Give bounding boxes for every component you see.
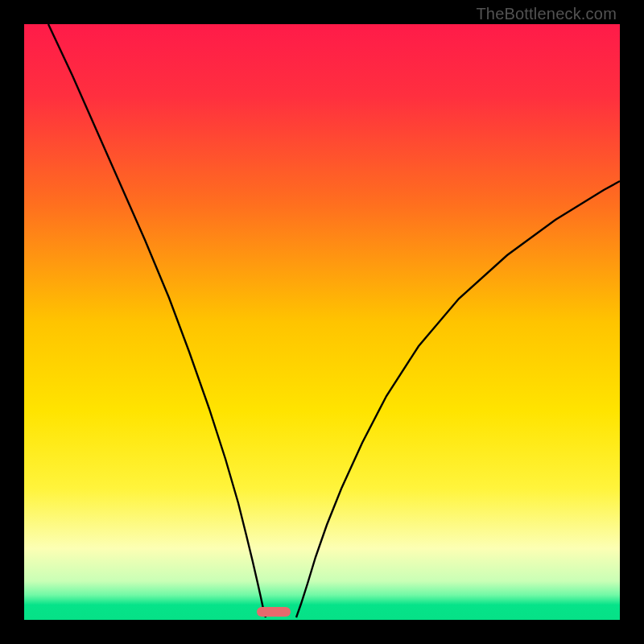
- watermark-text: TheBottleneck.com: [476, 5, 617, 23]
- bottleneck-chart: [24, 24, 620, 620]
- chart-background: [24, 24, 620, 620]
- minimum-marker: [257, 607, 291, 617]
